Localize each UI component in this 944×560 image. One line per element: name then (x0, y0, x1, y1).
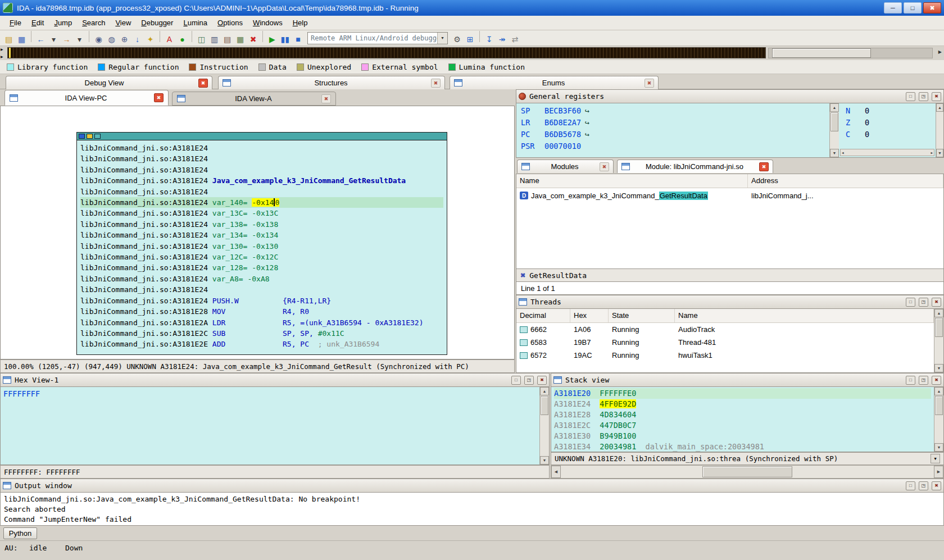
minimize-button[interactable]: ─ (884, 2, 902, 13)
scrollbar-thumb[interactable] (935, 396, 943, 415)
disassembly-line[interactable]: libJniCommand_jni.so:A3181E24 var_13C= -… (80, 208, 443, 218)
node-header[interactable] (77, 133, 447, 140)
titlebar[interactable]: IDA - ida78968.tmp.idb (app_process32_xp… (0, 0, 944, 16)
thread-row[interactable]: 6662 1A06 Running AudioTrack (516, 323, 934, 336)
column-header-state[interactable]: State (609, 309, 675, 322)
column-header-decimal[interactable]: Decimal (516, 309, 570, 322)
disassembly-line[interactable]: libJniCommand_jni.so:A3181E24 var_A8= -0… (80, 274, 443, 284)
forward-dropdown-icon[interactable]: ▾ (73, 33, 86, 45)
flag-value[interactable]: 0 (865, 129, 869, 140)
flags-scrollbar[interactable]: ◀ ▶ (840, 149, 934, 156)
close-icon[interactable]: ✖ (600, 162, 609, 171)
maximize-button[interactable]: □ (906, 92, 915, 101)
follow-link-icon[interactable]: ↪ (585, 117, 589, 129)
scroll-down-icon[interactable]: ▼ (934, 443, 943, 452)
scroll-up-icon[interactable]: ▲ (830, 103, 839, 112)
stack-view[interactable]: A3181E20 FFFFFFE0A3181E24 4FF0E92DA3181E… (551, 387, 944, 452)
navband-scrollbar[interactable] (768, 48, 933, 58)
flow-chart-icon[interactable]: ◫ (195, 33, 208, 45)
menu-options[interactable]: Options (212, 17, 248, 29)
search-next-icon[interactable]: ◍ (105, 33, 118, 45)
registers-scrollbar[interactable]: ▲ ▼ (829, 103, 839, 157)
close-icon[interactable]: ✖ (198, 79, 208, 88)
output-line[interactable]: libJniCommand_jni.so:Java_com_example_k3… (4, 494, 940, 504)
pause-process-icon[interactable]: ▮▮ (279, 33, 292, 45)
register-row[interactable]: SPBECB3F60↪ (521, 105, 825, 117)
navband-right-arrow[interactable]: ▶ (938, 49, 942, 54)
follow-link-icon[interactable]: ↪ (585, 129, 589, 140)
output-line[interactable]: Command "JumpEnterNew" failed (4, 515, 940, 525)
scroll-left-icon[interactable]: ◀ (551, 466, 561, 478)
scrollbar-thumb[interactable] (702, 466, 792, 477)
goto-address-icon[interactable]: ⊕ (118, 33, 131, 45)
navband-stripes[interactable] (7, 47, 766, 58)
back-icon[interactable]: ← (34, 33, 47, 45)
float-button[interactable]: ◳ (524, 376, 534, 385)
hex-bytes[interactable]: FFFFFFFF (1, 387, 539, 465)
register-row[interactable]: LRB6D8E2A7↪ (521, 117, 825, 129)
output-log[interactable]: libJniCommand_jni.so:Java_com_example_k3… (0, 493, 944, 526)
column-header-name[interactable]: Name (516, 174, 748, 188)
tab-modules[interactable]: Modules ✖ (517, 160, 614, 173)
column-header-name[interactable]: Name (675, 309, 934, 322)
debug-windows-icon[interactable]: ⊞ (464, 33, 476, 45)
disassembly-line[interactable]: libJniCommand_jni.so:A3181E24 var_134= -… (80, 230, 443, 240)
stack-row[interactable]: A3181E30 B949B100 (554, 431, 931, 441)
hex-view-caption[interactable]: Hex View-1 □ ◳ ✖ (0, 373, 550, 387)
step-over-icon[interactable]: ↠ (496, 33, 509, 45)
scroll-down-icon[interactable]: ▼ (830, 149, 839, 157)
follow-link-icon[interactable]: ↪ (585, 105, 589, 117)
clear-search-icon[interactable]: ✖ (520, 272, 525, 279)
save-icon[interactable]: ▦ (15, 33, 28, 45)
scrollbar-thumb[interactable] (830, 112, 838, 131)
float-button[interactable]: ◳ (919, 376, 928, 385)
close-button[interactable]: ✖ (932, 481, 941, 490)
scroll-up-icon[interactable]: ▲ (934, 387, 943, 395)
general-registers-caption[interactable]: General registers □ ◳ ✖ (516, 89, 944, 103)
register-row[interactable]: PSR00070010 (521, 140, 825, 152)
disassembly-line[interactable]: libJniCommand_jni.so:A3181E24 var_140= -… (80, 197, 443, 208)
disassembly-line[interactable]: libJniCommand_jni.so:A3181E24 PUSH.W {R4… (80, 295, 443, 306)
maximize-button[interactable]: □ (906, 298, 915, 307)
disassembly-line[interactable]: libJniCommand_jni.so:A3181E24 var_138= -… (80, 219, 443, 230)
hex-scrollbar[interactable]: ▲ ▼ (539, 387, 549, 465)
disassembly-line[interactable]: libJniCommand_jni.so:A3181E28 MOV R4, R0 (80, 306, 443, 317)
scroll-up-icon[interactable]: ▲ (936, 103, 943, 112)
output-window-caption[interactable]: Output window □ ◳ ✖ (0, 479, 944, 493)
back-dropdown-icon[interactable]: ▾ (47, 33, 60, 45)
jump-icon[interactable]: ↓ (131, 33, 144, 45)
tab-ida-view-a[interactable]: IDA View-A ✖ (172, 92, 336, 106)
open-file-icon[interactable]: ▤ (2, 33, 15, 45)
scroll-right-icon[interactable]: ▶ (931, 147, 933, 158)
menu-windows[interactable]: Windows (248, 17, 288, 29)
highlight-icon[interactable]: ✦ (144, 33, 157, 45)
navband-scrollbar-thumb[interactable] (772, 48, 871, 58)
call-graph-icon[interactable]: ▤ (221, 33, 234, 45)
tab-ida-view-pc[interactable]: IDA View-PC ✖ (4, 90, 169, 106)
maximize-button[interactable]: □ (906, 376, 915, 385)
scroll-up-icon[interactable]: ▲ (934, 309, 943, 317)
delete-icon[interactable]: ✖ (247, 33, 260, 45)
register-row[interactable]: PCB6DB5678↪ (521, 129, 825, 140)
menu-file[interactable]: File (4, 17, 26, 29)
hex-view[interactable]: FFFFFFFF ▲ ▼ (0, 387, 550, 465)
disassembly-line[interactable]: libJniCommand_jni.so:A3181E24 (80, 186, 443, 197)
disassembly-line[interactable]: libJniCommand_jni.so:A3181E24 (80, 165, 443, 175)
stack-view-caption[interactable]: Stack view □ ◳ ✖ (551, 373, 944, 387)
float-button[interactable]: ◳ (919, 92, 928, 101)
menu-search[interactable]: Search (77, 17, 110, 29)
forward-icon[interactable]: → (60, 33, 73, 45)
disassembly-line[interactable]: libJniCommand_jni.so:A3181E24 (80, 153, 443, 164)
tab-enums[interactable]: Enums ✖ (450, 76, 659, 89)
xrefs-graph-icon[interactable]: ▦ (234, 33, 247, 45)
disassembly-line[interactable]: libJniCommand_jni.so:A3181E24 (80, 284, 443, 295)
stack-row[interactable]: A3181E28 4D834604 (554, 409, 931, 420)
register-value[interactable]: BECB3F60 (544, 105, 581, 117)
flag-row[interactable]: C0 (846, 129, 929, 140)
stop-process-icon[interactable]: ■ (292, 33, 305, 45)
threads-scrollbar[interactable]: ▲ ▼ (934, 309, 943, 372)
disassembly-line[interactable]: libJniCommand_jni.so:A3181E2C SUB SP, SP… (80, 328, 443, 339)
maximize-button[interactable]: □ (906, 481, 915, 490)
chevron-down-icon[interactable]: ▼ (437, 33, 447, 44)
scroll-down-icon[interactable]: ▼ (540, 456, 549, 465)
